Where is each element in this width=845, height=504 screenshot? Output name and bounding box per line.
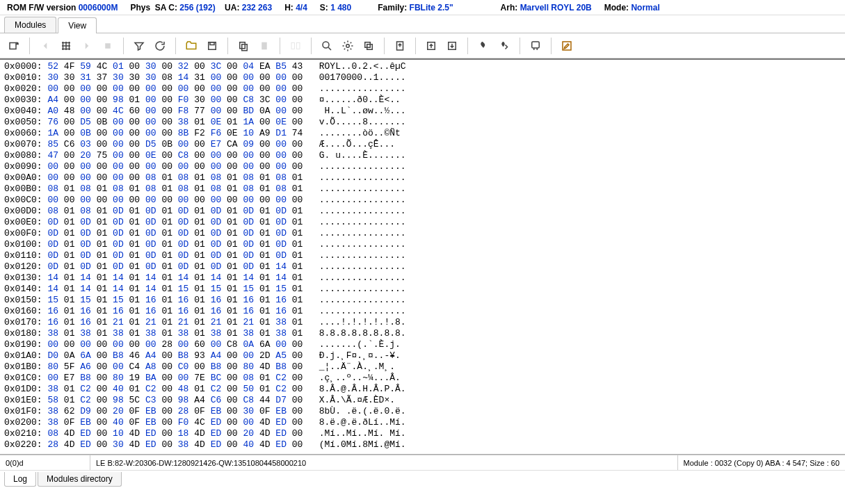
toolbar (0, 33, 845, 58)
hex-row[interactable]: 0x01D0: 38 01 C2 00 40 01 C2 00 48 01 C2… (4, 384, 841, 395)
prev-icon[interactable] (35, 36, 55, 56)
hex-row[interactable]: 0x0110: 0D 01 0D 01 0D 01 0D 01 0D 01 0D… (4, 250, 841, 261)
hex-row[interactable]: 0x0040: A0 48 00 00 4C 60 00 00 F8 77 00… (4, 106, 841, 117)
s-label: S: (320, 3, 328, 13)
status-offset: 0(0)d (0, 455, 90, 470)
bookmark-icon[interactable] (526, 36, 545, 56)
tab-log[interactable]: Log (4, 472, 36, 487)
hex-row[interactable]: 0x0080: 47 00 20 75 00 00 0E 00 C8 00 00… (4, 150, 841, 161)
hex-row[interactable]: 0x01B0: 80 5F A6 00 00 C4 A8 00 C0 00 B8… (4, 361, 841, 373)
gear-icon[interactable] (338, 36, 357, 56)
hex-row[interactable]: 0x0010: 30 30 31 37 30 30 30 08 14 31 00… (4, 72, 841, 83)
rom-label: ROM F/W version (7, 3, 76, 13)
hex-row[interactable]: 0x0050: 76 00 D5 0B 00 00 00 00 38 01 0E… (4, 117, 841, 128)
hex-row[interactable]: 0x01F0: 38 62 D9 00 20 0F EB 00 28 0F EB… (4, 406, 841, 417)
export-icon[interactable] (4, 36, 24, 56)
ua-value: 232 263 (242, 3, 272, 13)
hex-row[interactable]: 0x0200: 38 0F EB 00 40 0F EB 00 F0 4C ED… (4, 417, 841, 428)
upload-icon[interactable] (421, 36, 441, 56)
header-bar: ROM F/W version 0006000M Phys SA C: 256 … (0, 0, 845, 15)
hex-row[interactable]: 0x0180: 38 01 38 01 38 01 38 01 38 01 38… (4, 328, 841, 339)
ua-label: UA: (225, 3, 239, 13)
hex-row[interactable]: 0x01E0: 58 01 C2 00 98 5C C3 00 98 A4 C6… (4, 395, 841, 406)
hex-row[interactable]: 0x0070: 85 C6 03 00 00 00 D5 0B 00 00 E7… (4, 139, 841, 150)
family-value: FBLite 2.5" (410, 3, 453, 13)
hex-row[interactable]: 0x0160: 16 01 16 01 16 01 16 01 16 01 16… (4, 306, 841, 317)
mode-value: Normal (631, 3, 659, 13)
tab-modules-directory[interactable]: Modules directory (38, 472, 122, 487)
svg-rect-8 (297, 42, 300, 49)
family-label: Family: (378, 3, 407, 13)
download-icon[interactable] (442, 36, 462, 56)
zoom-icon[interactable] (317, 36, 337, 56)
hex-row[interactable]: 0x0030: A4 00 00 00 98 01 00 00 F0 30 00… (4, 95, 841, 106)
status-bar: 0(0)d LE B:82-W:20306-DW:1280921426-QW:1… (0, 455, 845, 470)
tab-modules[interactable]: Modules (4, 17, 56, 33)
stop-icon[interactable] (98, 36, 118, 56)
hex-row[interactable]: 0x00E0: 0D 01 0D 01 0D 01 0D 01 0D 01 0D… (4, 217, 841, 228)
copy-icon[interactable] (234, 36, 253, 56)
svg-point-9 (323, 42, 329, 48)
open-icon[interactable] (182, 36, 201, 56)
svg-rect-0 (10, 42, 16, 49)
hex-row[interactable]: 0x0140: 14 01 14 01 14 01 14 01 15 01 15… (4, 284, 841, 295)
s-value: 1 480 (330, 3, 351, 13)
hex-view[interactable]: 0x0000: 52 4F 59 4C 01 00 30 00 32 00 3C… (0, 58, 845, 455)
tab-view[interactable]: View (58, 17, 97, 33)
edit-icon[interactable] (557, 36, 577, 56)
hex-row[interactable]: 0x0130: 14 01 14 01 14 01 14 01 14 01 14… (4, 273, 841, 284)
svg-rect-1 (105, 43, 111, 49)
arh-value: Marvell ROYL 20B (520, 3, 592, 13)
status-module: Module : 0032 (Copy 0) ABA : 4 547; Size… (678, 455, 845, 470)
hex-row[interactable]: 0x0170: 16 01 16 01 21 01 21 01 21 01 21… (4, 317, 841, 328)
hex-row[interactable]: 0x0100: 0D 01 0D 01 0D 01 0D 01 0D 01 0D… (4, 239, 841, 250)
rom-value: 0006000M (79, 3, 118, 13)
refresh-icon[interactable] (150, 36, 170, 56)
arh-label: Arh: (501, 3, 518, 13)
save-icon[interactable] (202, 36, 222, 56)
hex-row[interactable]: 0x0190: 00 00 00 00 00 00 00 28 00 60 00… (4, 339, 841, 350)
hex-row[interactable]: 0x0000: 52 4F 59 4C 01 00 30 00 32 00 3C… (4, 61, 841, 72)
hex-row[interactable]: 0x0090: 00 00 00 00 00 00 00 00 00 00 00… (4, 161, 841, 172)
phys-label: Phys (130, 3, 150, 13)
upper-tabbar: Modules View (0, 15, 845, 33)
hex-row[interactable]: 0x0120: 0D 01 0D 01 0D 01 0D 01 0D 01 0D… (4, 261, 841, 273)
hex-row[interactable]: 0x00B0: 08 01 08 01 08 01 08 01 08 01 08… (4, 184, 841, 195)
hex-row[interactable]: 0x01A0: D0 0A 6A 00 B8 46 A4 00 B8 93 A4… (4, 350, 841, 361)
bottom-tabbar: Log Modules directory (0, 470, 845, 488)
status-info: LE B:82-W:20306-DW:1280921426-QW:1351080… (90, 455, 678, 470)
svg-rect-7 (291, 42, 295, 49)
hex-row[interactable]: 0x0060: 1A 00 0B 00 00 00 00 00 8B F2 F6… (4, 128, 841, 139)
hex-row[interactable]: 0x00A0: 00 00 00 00 00 00 08 01 08 01 08… (4, 172, 841, 184)
h-label: H: (284, 3, 293, 13)
hex-row[interactable]: 0x00C0: 00 00 00 00 00 00 00 00 00 00 00… (4, 195, 841, 206)
next-icon[interactable] (77, 36, 97, 56)
grid-icon[interactable] (56, 36, 76, 56)
hex-row[interactable]: 0x00D0: 08 01 08 01 0D 01 0D 01 0D 01 0D… (4, 206, 841, 217)
svg-rect-6 (261, 42, 267, 49)
paste-icon[interactable] (255, 36, 274, 56)
hex-row[interactable]: 0x0020: 00 00 00 00 00 00 00 00 00 00 00… (4, 83, 841, 95)
doc-up-icon[interactable] (390, 36, 410, 56)
sac-value: 256 (192) (179, 3, 215, 13)
svg-rect-3 (210, 42, 214, 44)
hex-row[interactable]: 0x00F0: 0D 01 0D 01 0D 01 0D 01 0D 01 0D… (4, 228, 841, 239)
hex-row[interactable]: 0x01C0: 00 E7 B8 00 80 19 BA 00 00 7E BC… (4, 373, 841, 384)
h-value: 4/4 (296, 3, 307, 13)
compare-icon[interactable] (286, 36, 305, 56)
layers-icon[interactable] (359, 36, 378, 56)
hex-row[interactable]: 0x0210: 08 4D ED 00 10 4D ED 00 18 4D ED… (4, 428, 841, 439)
find-next-icon[interactable] (494, 36, 514, 56)
hex-row[interactable]: 0x0150: 15 01 15 01 15 01 16 01 16 01 16… (4, 295, 841, 306)
mode-label: Mode: (604, 3, 629, 13)
svg-point-10 (346, 44, 350, 47)
filter-icon[interactable] (129, 36, 149, 56)
sac-label: SA C: (155, 3, 177, 13)
find-icon[interactable] (474, 36, 493, 56)
svg-rect-16 (532, 42, 540, 48)
hex-row[interactable]: 0x0220: 28 4D ED 00 30 4D ED 00 38 4D ED… (4, 439, 841, 450)
